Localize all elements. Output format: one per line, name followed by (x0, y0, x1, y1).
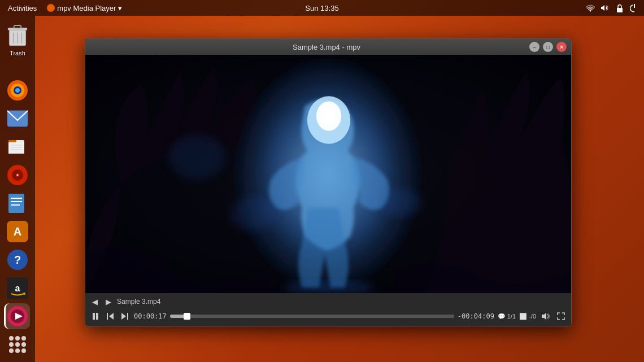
svg-rect-13 (8, 140, 16, 142)
fullscreen-button[interactable] (555, 311, 567, 321)
svg-text:?: ? (14, 254, 21, 266)
apps-grid-icon (9, 336, 26, 353)
app-menu-arrow: ▾ (118, 4, 122, 12)
pause-button[interactable] (90, 311, 101, 321)
lock-icon (615, 3, 625, 13)
minimize-button[interactable]: – (529, 42, 539, 52)
svg-point-41 (231, 197, 276, 230)
controls-top-row: ◀ ▶ Sample 3.mp4 (90, 295, 567, 308)
svg-rect-49 (127, 313, 128, 320)
sidebar-mpv-icon[interactable] (4, 303, 30, 329)
activities-button[interactable]: Activities (5, 3, 40, 14)
sidebar-help-icon[interactable]: ? (5, 247, 31, 273)
chapter-number: 1/1 (507, 313, 516, 320)
sidebar-files-icon[interactable] (5, 134, 31, 160)
skip-forward-button[interactable] (119, 311, 130, 321)
topbar-right (585, 3, 639, 13)
prev-track-button[interactable]: ◀ (90, 296, 100, 307)
app-menu-label: mpv Media Player (57, 4, 116, 12)
close-button[interactable]: ✕ (556, 42, 567, 52)
volume-icon[interactable] (600, 3, 610, 13)
controls-bottom-row: 00:00:17 -00:04:09 💬 1/1 ⬜ -/0 (90, 309, 567, 324)
mpv-titlebar[interactable]: Sample 3.mp4 - mpv – □ ✕ (85, 39, 571, 55)
sidebar-amazon-icon[interactable]: a (5, 275, 31, 301)
svg-point-21 (17, 175, 19, 176)
svg-point-10 (15, 88, 20, 93)
topbar: Activities mpv Media Player ▾ Sun 13:35 (0, 0, 644, 16)
video-area[interactable] (85, 55, 571, 293)
trash-area: Trash (5, 23, 31, 56)
svg-rect-14 (8, 142, 24, 154)
sidebar-music-icon[interactable] (5, 162, 31, 188)
ratio-icon: ⬜ (519, 313, 527, 320)
topbar-clock[interactable]: Sun 13:35 (305, 4, 338, 12)
sidebar-firefox-icon[interactable] (5, 77, 31, 103)
app-menu-dot (47, 4, 55, 12)
mpv-controls: ◀ ▶ Sample 3.mp4 (85, 293, 571, 326)
chapter-info: 💬 1/1 (498, 313, 516, 320)
sidebar-docs-icon[interactable] (5, 190, 31, 216)
time-remaining: -00:04:09 (458, 312, 494, 320)
desktop: Activities mpv Media Player ▾ Sun 13:35 (0, 0, 644, 362)
mpv-window: Sample 3.mp4 - mpv – □ ✕ (85, 38, 572, 326)
chapter-icon: 💬 (498, 313, 506, 320)
svg-point-32 (23, 293, 25, 295)
power-icon[interactable] (629, 3, 639, 13)
time-current: 00:00:17 (134, 312, 167, 320)
trash-label: Trash (10, 50, 25, 56)
wifi-icon (585, 3, 595, 13)
next-track-button[interactable]: ▶ (103, 296, 114, 307)
mpv-window-title: Sample 3.mp4 - mpv (124, 43, 529, 51)
svg-point-43 (169, 134, 225, 180)
svg-marker-50 (121, 313, 126, 320)
svg-marker-48 (109, 313, 114, 320)
app-menu[interactable]: mpv Media Player ▾ (47, 4, 122, 12)
svg-rect-45 (93, 313, 95, 320)
trash-icon[interactable] (5, 23, 31, 49)
svg-rect-22 (8, 194, 24, 213)
svg-rect-6 (14, 25, 21, 28)
svg-text:A: A (14, 225, 21, 238)
svg-point-40 (322, 108, 336, 124)
ratio-info: ⬜ -/0 (519, 313, 536, 320)
show-apps-button[interactable] (5, 332, 31, 357)
progress-bar[interactable] (170, 315, 454, 318)
sidebar-appstore-icon[interactable]: A (5, 219, 31, 245)
svg-marker-51 (542, 313, 546, 320)
svg-rect-46 (96, 313, 98, 320)
titlebar-buttons: – □ ✕ (529, 42, 567, 52)
svg-point-42 (381, 188, 421, 216)
sidebar-mail-icon[interactable] (5, 106, 31, 132)
skip-back-button[interactable] (105, 311, 116, 321)
ratio-value: -/0 (529, 313, 536, 320)
video-scene (85, 55, 571, 293)
svg-text:a: a (15, 284, 20, 293)
progress-thumb[interactable] (184, 313, 190, 320)
sidebar: Trash (0, 16, 35, 362)
svg-rect-47 (107, 313, 108, 320)
maximize-button[interactable]: □ (543, 42, 553, 52)
volume-button[interactable] (539, 311, 552, 321)
svg-rect-0 (617, 8, 623, 12)
filename-label: Sample 3.mp4 (117, 298, 567, 306)
topbar-left: Activities mpv Media Player ▾ (5, 3, 122, 14)
